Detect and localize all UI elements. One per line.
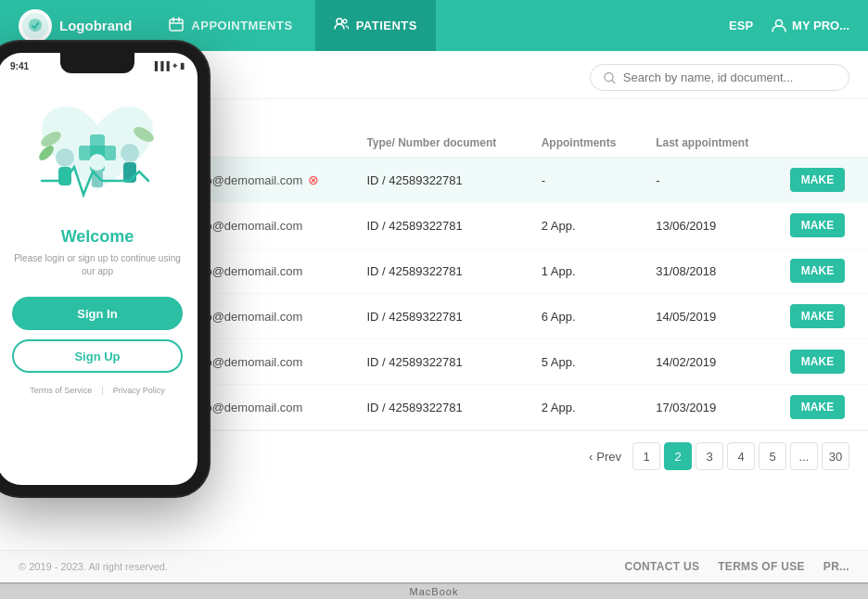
svg-point-14: [56, 148, 74, 167]
cell-appointments: 1 App.: [527, 249, 641, 294]
make-appointment-button[interactable]: MAKE: [790, 168, 845, 192]
cell-last-appointment: 14/02/2019: [641, 339, 775, 385]
macbook-bar: MacBook: [0, 582, 868, 599]
prev-chevron-icon: ‹: [589, 450, 593, 464]
cell-appointments: 5 App.: [527, 339, 641, 385]
logo-text: Logobrand: [59, 18, 132, 33]
footer-links: CONTACT US TERMS OF USE PR...: [624, 560, 849, 573]
cell-last-appointment: 13/06/2019: [641, 203, 775, 249]
page-3[interactable]: 3: [696, 442, 723, 470]
status-icons: ▐▐▐ ⌖ ▮: [152, 61, 185, 71]
contact-us-link[interactable]: CONTACT US: [624, 560, 699, 573]
terms-link[interactable]: Terms of Service: [30, 386, 92, 395]
privacy-link[interactable]: PR...: [823, 560, 849, 573]
patients-icon: [334, 17, 349, 34]
cell-doc: ID / 42589322781: [351, 294, 526, 339]
welcome-title: Welcome: [61, 227, 134, 247]
phone-frame: 9:41 ▐▐▐ ⌖ ▮: [0, 42, 209, 496]
search-icon: [604, 71, 616, 84]
nav-right: ESP MY PRO...: [729, 19, 849, 33]
search-wrapper[interactable]: [590, 64, 849, 91]
prev-label: Prev: [596, 450, 621, 464]
language-selector[interactable]: ESP: [729, 19, 753, 32]
footer: © 2019 - 2023. All right reserved. CONTA…: [0, 550, 868, 582]
appointments-icon: [169, 17, 184, 34]
welcome-subtitle: Please login or sign up to continue usin…: [12, 252, 183, 278]
profile-menu[interactable]: MY PRO...: [772, 19, 849, 33]
privacy-link[interactable]: Privacy Policy: [113, 386, 165, 395]
logo-icon: [19, 9, 52, 43]
phone-illustration: [23, 88, 172, 218]
signal-icon: ▐▐▐: [152, 61, 170, 70]
phone-screen: 9:41 ▐▐▐ ⌖ ▮: [0, 53, 198, 485]
svg-point-18: [89, 154, 106, 171]
cell-last-appointment: -: [641, 158, 775, 203]
cell-action: MAKE: [775, 339, 868, 385]
cell-doc: ID / 42589322781: [351, 249, 526, 294]
wifi-icon: ⌖: [172, 61, 177, 71]
page-ellipsis: ...: [790, 442, 818, 470]
cell-action: MAKE: [775, 249, 868, 294]
page-4[interactable]: 4: [727, 442, 755, 470]
page-1[interactable]: 1: [632, 442, 660, 470]
cell-doc: ID / 42589322781: [351, 203, 526, 249]
svg-point-3: [343, 19, 347, 23]
cell-last-appointment: 17/03/2019: [641, 385, 775, 430]
cell-doc: ID / 42589322781: [351, 339, 526, 385]
col-action: [775, 129, 868, 158]
svg-rect-15: [58, 167, 71, 185]
phone-mockup: 9:41 ▐▐▐ ⌖ ▮: [0, 42, 209, 496]
cell-action: MAKE: [775, 203, 868, 249]
macbook-label: MacBook: [410, 586, 459, 597]
make-appointment-button[interactable]: MAKE: [790, 350, 845, 374]
page-5[interactable]: 5: [759, 442, 786, 470]
make-appointment-button[interactable]: MAKE: [790, 213, 845, 237]
cell-doc: ID / 42589322781: [351, 385, 526, 430]
svg-point-2: [337, 19, 342, 24]
make-appointment-button[interactable]: MAKE: [790, 259, 845, 283]
search-input[interactable]: [623, 70, 836, 84]
make-appointment-button[interactable]: MAKE: [790, 395, 845, 419]
cell-action: MAKE: [775, 158, 868, 203]
profile-label: MY PRO...: [792, 19, 849, 32]
cell-appointments: 2 App.: [527, 385, 641, 430]
phone-signin-button[interactable]: Sign In: [12, 297, 183, 330]
phone-time: 9:41: [10, 61, 29, 71]
divider: |: [101, 386, 103, 395]
cell-appointments: 6 App.: [527, 294, 641, 339]
svg-point-16: [121, 144, 139, 162]
col-last-appointment: Last appointment: [641, 129, 775, 158]
cell-last-appointment: 31/08/2018: [641, 249, 775, 294]
battery-icon: ▮: [180, 61, 185, 70]
cell-action: MAKE: [775, 385, 868, 430]
copyright: © 2019 - 2023. All right reserved.: [19, 561, 168, 572]
logo: Logobrand: [19, 9, 132, 43]
phone-footer-links: Terms of Service | Privacy Policy: [30, 386, 164, 395]
email-warning-icon: ⊗: [308, 172, 319, 187]
prev-button[interactable]: ‹ Prev: [581, 450, 629, 464]
tab-patients[interactable]: PATIENTS: [315, 0, 436, 51]
make-appointment-button[interactable]: MAKE: [790, 304, 845, 328]
phone-content: Welcome Please login or sign up to conti…: [0, 79, 198, 410]
page-30[interactable]: 30: [822, 442, 849, 470]
terms-link[interactable]: TERMS OF USE: [718, 560, 805, 573]
cell-doc: ID / 42589322781: [351, 158, 526, 203]
col-doc: Type/ Number document: [351, 129, 526, 158]
cell-appointments: -: [527, 158, 641, 203]
tab-appointments-label: APPOINTMENTS: [191, 19, 292, 32]
phone-notch: [60, 53, 134, 73]
page-2-active[interactable]: 2: [664, 442, 692, 470]
cell-action: MAKE: [775, 294, 868, 339]
svg-rect-1: [170, 19, 183, 31]
cell-appointments: 2 App.: [527, 203, 641, 249]
cell-last-appointment: 14/05/2019: [641, 294, 775, 339]
col-appointments: Appointments: [527, 129, 641, 158]
phone-signup-button[interactable]: Sign Up: [12, 339, 183, 373]
tab-patients-label: PATIENTS: [356, 19, 417, 32]
